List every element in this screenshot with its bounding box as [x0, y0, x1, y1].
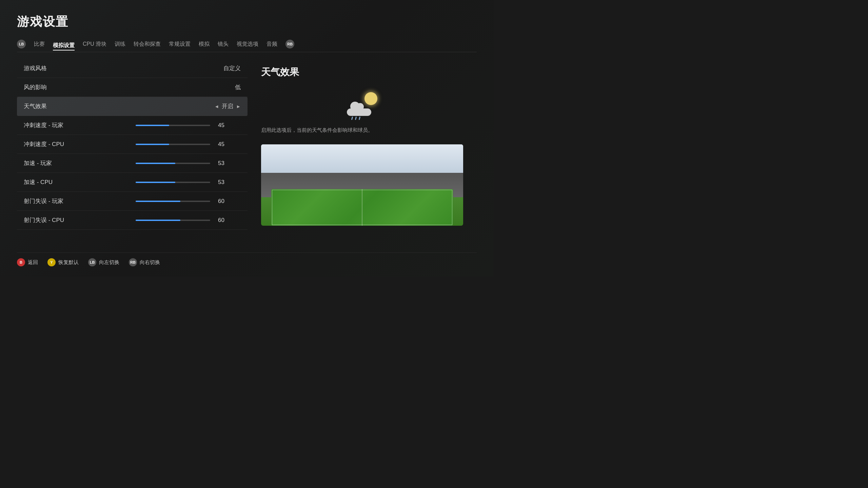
- slider-fill-accel-cpu: [136, 182, 175, 183]
- setting-label-game-style: 游戏风格: [24, 64, 220, 72]
- slider-value-shot-player: 60: [214, 198, 224, 205]
- rb-bottom-button: RB: [129, 258, 137, 266]
- rain-drop-1: [351, 117, 353, 120]
- tab-sim[interactable]: 模拟: [199, 40, 210, 48]
- tab-transfer[interactable]: 转会和探查: [134, 40, 161, 48]
- setting-label-shot-player: 射门失误 - 玩家: [24, 197, 129, 205]
- setting-label-sprint-player: 冲刺速度 - 玩家: [24, 121, 129, 129]
- weather-value-text: 开启: [222, 102, 233, 110]
- rain-drop-2: [355, 117, 357, 120]
- tab-cpu-slider[interactable]: CPU 滑块: [83, 40, 106, 48]
- detail-description: 启用此选项后，当前的天气条件会影响球和球员。: [261, 126, 463, 134]
- bottom-action-reset[interactable]: Y 恢复默认: [47, 258, 79, 266]
- slider-track-shot-player[interactable]: [136, 201, 210, 202]
- detail-title: 天气效果: [261, 66, 463, 79]
- slider-fill-sprint-cpu: [136, 144, 169, 145]
- rb-button[interactable]: RB: [285, 40, 294, 48]
- slider-accel-cpu: 53: [136, 179, 241, 186]
- slider-fill-shot-player: [136, 201, 180, 202]
- tab-camera[interactable]: 镜头: [218, 40, 229, 48]
- setting-label-shot-cpu: 射门失误 - CPU: [24, 216, 129, 224]
- tab-bar: LB 比赛 模拟设置 CPU 滑块 训练 转会和探查 常规设置 模拟 镜头 视觉…: [17, 40, 477, 52]
- rain-drops: [352, 117, 360, 120]
- setting-row-accel-cpu[interactable]: 加速 - CPU 53: [17, 173, 248, 192]
- bottom-action-back[interactable]: B 返回: [17, 258, 38, 266]
- tab-visual[interactable]: 视觉选项: [237, 40, 258, 48]
- detail-panel: 天气效果: [248, 59, 477, 252]
- setting-label-sprint-cpu: 冲刺速度 - CPU: [24, 140, 129, 148]
- tab-audio[interactable]: 音频: [267, 40, 277, 48]
- cloud-body: [347, 108, 371, 116]
- setting-value-game-style: 自定义: [223, 64, 241, 72]
- right-switch-label: 向右切换: [140, 259, 160, 266]
- lb-button[interactable]: LB: [17, 40, 26, 48]
- weather-icon-container: [261, 92, 463, 119]
- left-switch-label: 向左切换: [99, 259, 119, 266]
- slider-track-shot-cpu[interactable]: [136, 220, 210, 221]
- page-container: 游戏设置 LB 比赛 模拟设置 CPU 滑块 训练 转会和探查 常规设置 模拟 …: [0, 0, 494, 277]
- slider-value-sprint-player: 45: [214, 122, 224, 129]
- slider-track-accel-cpu[interactable]: [136, 182, 210, 183]
- slider-accel-player: 53: [136, 160, 241, 167]
- sun-icon: [364, 92, 377, 105]
- b-button: B: [17, 258, 25, 266]
- slider-value-accel-player: 53: [214, 160, 224, 167]
- reset-label: 恢复默认: [58, 259, 79, 266]
- slider-value-accel-cpu: 53: [214, 179, 224, 186]
- slider-fill-sprint-player: [136, 125, 169, 126]
- rain-drop-3: [359, 117, 360, 120]
- arrow-right-icon[interactable]: ►: [236, 104, 241, 109]
- slider-shot-player: 60: [136, 198, 241, 205]
- setting-value-wind: 低: [235, 83, 241, 91]
- tab-simulation-settings[interactable]: 模拟设置: [53, 41, 75, 50]
- tab-training[interactable]: 训练: [115, 40, 125, 48]
- lb-bottom-button: LB: [88, 258, 96, 266]
- arrow-left-icon[interactable]: ◄: [214, 104, 219, 109]
- setting-row-shot-cpu[interactable]: 射门失误 - CPU 60: [17, 211, 248, 230]
- setting-row-weather[interactable]: 天气效果 ◄ 开启 ►: [17, 97, 248, 116]
- setting-row-shot-player[interactable]: 射门失误 - 玩家 60: [17, 192, 248, 211]
- back-label: 返回: [28, 259, 38, 266]
- bottom-action-left[interactable]: LB 向左切换: [88, 258, 119, 266]
- slider-value-shot-cpu: 60: [214, 217, 224, 224]
- stadium-lines: [271, 189, 453, 226]
- slider-track-sprint-cpu[interactable]: [136, 144, 210, 145]
- tab-match[interactable]: 比赛: [34, 40, 45, 48]
- slider-track-accel-player[interactable]: [136, 163, 210, 164]
- setting-label-wind: 风的影响: [24, 83, 232, 91]
- slider-sprint-player: 45: [136, 122, 241, 129]
- slider-fill-shot-cpu: [136, 220, 180, 221]
- slider-shot-cpu: 60: [136, 217, 241, 224]
- setting-value-weather: ◄ 开启 ►: [214, 102, 241, 110]
- setting-label-accel-player: 加速 - 玩家: [24, 159, 129, 167]
- weather-icon: [347, 92, 377, 119]
- main-content: 游戏风格 自定义 风的影响 低 天气效果 ◄ 开启 ► 冲刺速度 - 玩家: [17, 59, 477, 252]
- setting-label-weather: 天气效果: [24, 102, 211, 110]
- y-button: Y: [47, 258, 56, 266]
- slider-value-sprint-cpu: 45: [214, 141, 224, 148]
- tab-general[interactable]: 常规设置: [169, 40, 191, 48]
- bottom-action-right[interactable]: RB 向右切换: [129, 258, 160, 266]
- slider-sprint-cpu: 45: [136, 141, 241, 148]
- page-title: 游戏设置: [17, 14, 477, 30]
- setting-row-sprint-cpu[interactable]: 冲刺速度 - CPU 45: [17, 135, 248, 154]
- settings-panel: 游戏风格 自定义 风的影响 低 天气效果 ◄ 开启 ► 冲刺速度 - 玩家: [17, 59, 248, 252]
- pitch-center-line: [362, 189, 362, 226]
- setting-label-accel-cpu: 加速 - CPU: [24, 178, 129, 186]
- stadium-image: [261, 144, 463, 226]
- cloud-icon: [347, 104, 371, 116]
- slider-track-sprint-player[interactable]: [136, 125, 210, 126]
- setting-row-accel-player[interactable]: 加速 - 玩家 53: [17, 154, 248, 173]
- setting-row-wind[interactable]: 风的影响 低: [17, 78, 248, 97]
- setting-row-sprint-player[interactable]: 冲刺速度 - 玩家 45: [17, 116, 248, 135]
- slider-fill-accel-player: [136, 163, 175, 164]
- setting-row-game-style[interactable]: 游戏风格 自定义: [17, 59, 248, 78]
- bottom-bar: B 返回 Y 恢复默认 LB 向左切换 RB 向右切换: [17, 252, 477, 266]
